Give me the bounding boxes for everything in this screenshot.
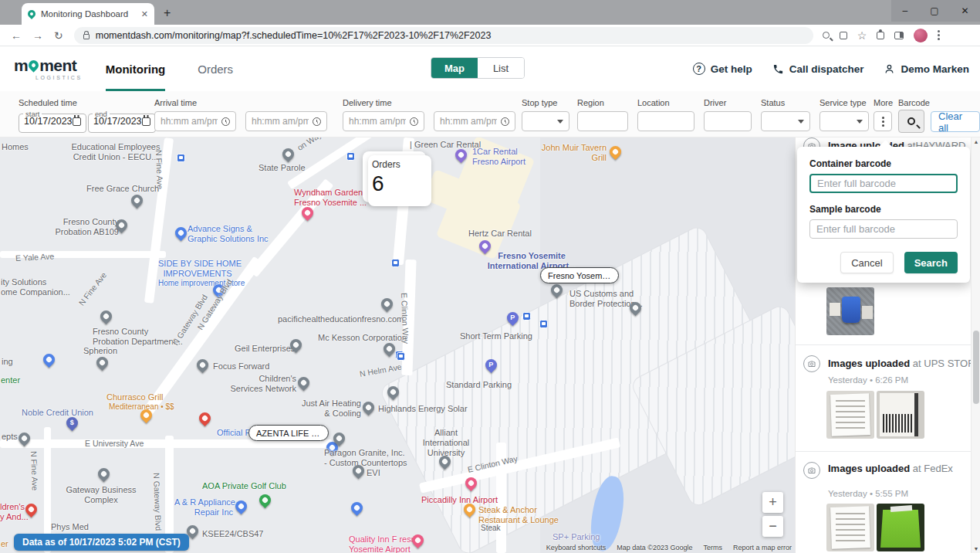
forward-icon[interactable]: →	[32, 29, 43, 42]
delivery-start-input[interactable]	[343, 111, 424, 131]
selected-order-chip[interactable]: Fresno Yosemite Int...	[540, 267, 619, 283]
photo-thumbnail-doc[interactable]	[826, 391, 874, 439]
map-pin-gray[interactable]	[129, 192, 145, 209]
sidebar-scrollbar[interactable]: ▲ ▼	[971, 137, 980, 553]
new-tab-button[interactable]: +	[164, 6, 171, 20]
search-button[interactable]: Search	[904, 252, 958, 273]
scroll-up-icon[interactable]: ▲	[972, 139, 980, 144]
transit-icon[interactable]	[539, 320, 548, 328]
map-pin-blue[interactable]	[173, 225, 189, 241]
delivery-end-input[interactable]	[434, 111, 515, 131]
clock-icon[interactable]	[313, 117, 321, 126]
nav-monitoring[interactable]: Monitoring	[106, 46, 165, 91]
bookmark-star-icon[interactable]: ☆	[857, 30, 867, 41]
window-maximize-button[interactable]: ▢	[930, 5, 938, 16]
orders-card-count: 6	[372, 171, 417, 196]
map-pin-blue[interactable]	[233, 498, 249, 514]
map-label: Mc Kesson Corporation	[318, 333, 407, 343]
browser-menu-icon[interactable]	[938, 30, 940, 40]
service-type-select[interactable]	[819, 111, 869, 131]
transit-icon[interactable]	[391, 259, 400, 267]
scheduled-end-field[interactable]: end 10/17/2023	[88, 110, 156, 133]
status-select[interactable]	[761, 111, 810, 131]
feed-item-title[interactable]: Images uploaded at UPS STORE	[828, 358, 959, 369]
map-zoom-in-button[interactable]: +	[762, 492, 783, 513]
transit-icon[interactable]	[522, 312, 531, 321]
arrival-end-input[interactable]	[245, 111, 327, 131]
share-icon[interactable]	[840, 32, 847, 39]
reload-icon[interactable]: ↻	[54, 29, 63, 42]
toggle-list-button[interactable]: List	[478, 58, 524, 78]
scroll-down-icon[interactable]: ▼	[972, 546, 980, 551]
scrollbar-thumb[interactable]	[973, 331, 979, 404]
transit-icon[interactable]	[397, 352, 405, 361]
browser-profile-avatar[interactable]	[914, 29, 928, 42]
map-pin-blue[interactable]	[41, 351, 57, 368]
clear-all-button[interactable]: Clear all	[931, 111, 980, 132]
window-close-button[interactable]: ✕	[961, 5, 968, 16]
stop-type-select[interactable]	[522, 111, 569, 131]
scheduled-start-field[interactable]: start 10/17/2023	[19, 110, 86, 133]
map-zoom-out-button[interactable]: −	[762, 516, 783, 537]
service-type-label: Service type	[819, 98, 867, 107]
map-pin-gray[interactable]	[94, 355, 110, 371]
selected-order-chip[interactable]: AZENTA LIFE SCIENC...	[248, 425, 329, 441]
cancel-button[interactable]: Cancel	[840, 252, 893, 273]
photo-thumbnail-green-label[interactable]	[877, 504, 924, 551]
get-help-button[interactable]: ? Get help	[693, 63, 752, 75]
map-pin-green[interactable]	[257, 492, 273, 508]
photo-thumbnail-doc[interactable]	[826, 504, 874, 551]
map-pin-gray[interactable]	[96, 466, 112, 482]
more-filters-button[interactable]	[874, 111, 892, 131]
map-pin-gray[interactable]	[280, 146, 296, 162]
sample-barcode-input[interactable]	[809, 219, 958, 239]
zoom-lens-icon[interactable]	[823, 32, 830, 39]
clock-icon[interactable]	[501, 117, 509, 126]
transit-icon[interactable]	[346, 152, 355, 161]
terms-link[interactable]: Terms	[703, 544, 722, 551]
back-icon[interactable]: ←	[11, 29, 22, 42]
driver-input[interactable]	[704, 111, 752, 131]
map-label: SIDE BY SIDE HOMEIMPROVEMENTS	[158, 259, 237, 279]
clock-icon[interactable]	[221, 117, 230, 126]
orders-cluster-card[interactable]: Orders 6	[363, 151, 426, 202]
map-label: er	[1, 539, 8, 549]
screen: – ▢ ✕ Monitoring Dashboard ✕ + ← → ↻ mom…	[0, 0, 980, 553]
location-input[interactable]	[637, 111, 694, 131]
region-input[interactable]	[577, 111, 628, 131]
photo-thumbnail-doc-barcode[interactable]	[877, 391, 924, 439]
user-menu[interactable]: Demo Marken	[884, 63, 969, 75]
transit-icon[interactable]	[177, 154, 185, 162]
map-pin-gray[interactable]	[296, 375, 312, 391]
container-barcode-input[interactable]	[809, 174, 958, 193]
toggle-map-button[interactable]: Map	[431, 58, 478, 78]
extensions-icon[interactable]	[877, 32, 884, 39]
keyboard-shortcuts-link[interactable]: Keyboard shortcuts	[546, 544, 607, 551]
map-pin-gray[interactable]	[98, 308, 114, 324]
photo-thumbnail-bucket[interactable]	[826, 287, 874, 335]
clock-icon[interactable]	[410, 117, 418, 126]
map-pin-blue[interactable]	[349, 500, 365, 516]
side-panel-icon[interactable]	[894, 32, 904, 39]
window-minimize-button[interactable]: –	[902, 5, 907, 16]
tab-close-icon[interactable]: ✕	[141, 9, 148, 19]
calendar-icon[interactable]	[142, 117, 150, 126]
barcode-search-button[interactable]	[898, 110, 924, 133]
map-pin-gray[interactable]	[360, 399, 377, 416]
arrival-start-input[interactable]	[154, 111, 236, 131]
report-map-error-link[interactable]: Report a map error	[733, 544, 792, 551]
moment-logo[interactable]: mment LOGISTICS	[14, 57, 83, 80]
map-list-toggle: Map List	[431, 57, 525, 79]
browser-tab[interactable]: Monitoring Dashboard ✕	[22, 3, 154, 25]
feed-item-title[interactable]: Images uploaded at FedEx	[828, 463, 959, 474]
map-label: Children'sServices Network	[230, 374, 296, 394]
url-bar[interactable]: momentdash.com/monitoring/map?f.schedule…	[74, 27, 813, 44]
map-pin-gray[interactable]	[379, 296, 395, 312]
stop-type-label: Stop type	[522, 98, 557, 107]
call-dispatcher-button[interactable]: Call dispatcher	[772, 63, 864, 75]
map-pin-gray[interactable]	[194, 357, 211, 373]
nav-orders[interactable]: Orders	[198, 46, 233, 91]
calendar-icon[interactable]	[73, 117, 81, 126]
map-canvas[interactable]: HomesEducational EmployeesCredit Union -…	[0, 137, 795, 553]
map-pin-red[interactable]	[197, 410, 213, 426]
